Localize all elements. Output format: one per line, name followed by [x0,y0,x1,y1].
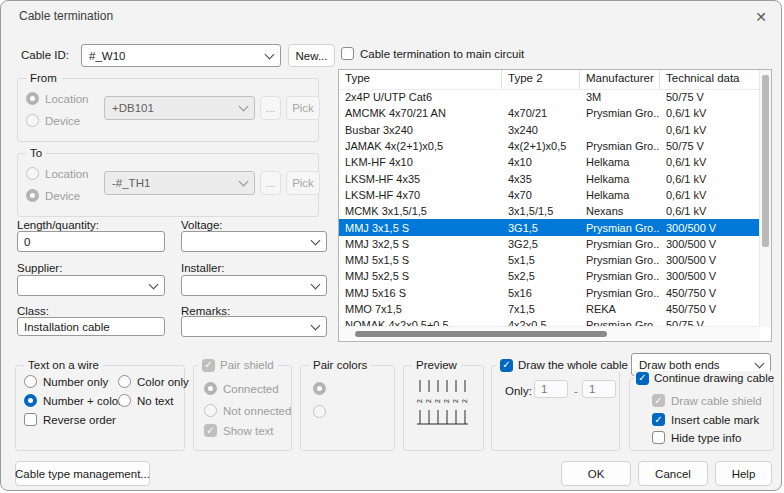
table-row[interactable]: MMJ 3x2,5 S3G2,5Prysmian Gro...300/500 V [339,236,760,252]
pair-shield-group: ✓ Pair shield Connected Not onnected ✓ S… [193,365,292,451]
table-cell: 3G2,5 [502,238,580,250]
radio-icon [118,394,131,407]
vertical-scrollbar[interactable] [759,70,771,327]
preview-title: Preview [412,358,461,372]
table-cell: 0,6/1 kV [660,156,760,168]
remarks-combobox[interactable] [181,316,327,337]
table-row[interactable]: LKSM-HF 4x704x70Helkama0,6/1 kV [339,187,760,203]
color-only-radio[interactable]: Color only [118,375,189,388]
main-circuit-label: Cable termination to main circuit [360,48,524,60]
cancel-button[interactable]: Cancel [638,461,708,486]
table-row[interactable]: LKM-HF 4x104x10Helkama0,6/1 kV [339,154,760,170]
cable-type-table: Type Type 2 Manufacturer Technical data … [338,69,772,342]
from-pick-button: Pick [286,96,320,120]
table-cell: Prysmian Gro... [580,107,660,119]
table-cell: 3x1,5/1,5 [502,205,580,217]
table-cell: Prysmian Gro... [580,238,660,250]
to-location-radio: Location [26,167,88,180]
checkbox-icon: ✓ [652,394,665,407]
length-input[interactable]: 0 [17,231,165,252]
table-cell: 50/75 V [660,91,760,103]
table-cell: AMCMK 4x70/21 AN [339,107,502,119]
connected-radio: Connected [204,382,279,395]
pair-shield-legend: ✓ Pair shield [198,358,278,372]
column-header-type2[interactable]: Type 2 [502,70,580,89]
from-device-label: Device [45,115,80,127]
table-cell: Prysmian Gro... [580,270,660,282]
connected-label: Connected [223,383,279,395]
cable-id-value: #_W10 [89,50,125,62]
help-button[interactable]: Help [715,461,772,486]
continue-drawing-group: ✓ Continue drawing cable ✓ Draw cable sh… [629,378,774,451]
chevron-down-icon [755,358,765,368]
class-input[interactable]: Installation cable [17,317,165,336]
table-cell: 300/500 V [660,222,760,234]
color-only-label: Color only [137,376,189,388]
table-cell: Helkama [580,173,660,185]
dialog-title: Cable termination [19,9,113,23]
number-color-radio[interactable]: Number + color [24,394,122,407]
checkbox-icon [341,47,354,60]
continue-drawing-legend: ✓ Continue drawing cable [634,371,776,385]
installer-combobox[interactable] [181,275,327,296]
draw-whole-cable-checkbox-icon[interactable]: ✓ [500,359,513,372]
draw-cable-shield-checkbox: ✓ Draw cable shield [652,394,762,407]
close-icon[interactable]: ✕ [745,4,777,30]
table-cell: 300/500 V [660,238,760,250]
continue-drawing-checkbox-icon[interactable]: ✓ [636,372,649,385]
table-cell: LKM-HF 4x10 [339,156,502,168]
radio-icon [26,92,39,105]
table-cell: 0,6/1 kV [660,205,760,217]
cable-id-combobox[interactable]: #_W10 [81,44,281,67]
table-row[interactable]: JAMAK 4x(2+1)x0,54x(2+1)x0,5Prysmian Gro… [339,138,760,154]
table-row[interactable]: 2x4P U/UTP Cat63M50/75 V [339,89,760,105]
column-header-manufacturer[interactable]: Manufacturer [580,70,660,89]
hide-type-info-checkbox[interactable]: Hide type info [652,431,741,444]
radio-icon [26,189,39,202]
number-color-label: Number + color [43,395,122,407]
reverse-order-checkbox[interactable]: Reverse order [24,413,116,426]
only-label: Only: [505,385,532,397]
table-row[interactable]: MMJ 5x16 S5x16Prysmian Gro...450/750 V [339,285,760,301]
table-row[interactable]: MMO 7x1,57x1,5REKA450/750 V [339,301,760,317]
to-device-radio: Device [26,189,80,202]
table-cell: 5x2,5 [502,270,580,282]
table-row[interactable]: LKSM-HF 4x354x35Helkama0,6/1 kV [339,170,760,186]
svg-text:2: 2 [425,399,432,403]
insert-cable-mark-checkbox[interactable]: ✓ Insert cable mark [652,413,759,426]
supplier-combobox[interactable] [17,275,165,296]
to-value: -#_TH1 [112,177,150,189]
table-row[interactable]: MMJ 5x1,5 S5x1,5Prysmian Gro...300/500 V [339,252,760,268]
svg-text:2: 2 [416,399,423,403]
horizontal-scrollbar[interactable] [339,326,760,341]
table-row[interactable]: Busbar 3x2403x2400,6/1 kV [339,122,760,138]
table-cell: MMJ 3x2,5 S [339,238,502,250]
column-header-type[interactable]: Type [339,70,502,89]
table-row[interactable]: MCMK 3x1,5/1,53x1,5/1,5Nexans0,6/1 kV [339,203,760,219]
voltage-combobox[interactable] [181,231,327,252]
table-cell: Helkama [580,189,660,201]
to-location-label: Location [45,168,88,180]
chevron-down-icon [239,177,249,187]
table-row[interactable]: MMJ 5x2,5 S5x2,5Prysmian Gro...300/500 V [339,268,760,284]
no-text-radio[interactable]: No text [118,394,173,407]
table-row[interactable]: AMCMK 4x70/21 AN4x70/21Prysmian Gro...0,… [339,105,760,121]
number-only-radio[interactable]: Number only [24,375,108,388]
cable-type-management-button[interactable]: Cable type management... [15,461,150,486]
new-button[interactable]: New... [288,44,335,67]
reverse-order-label: Reverse order [43,414,116,426]
horizontal-scrollbar-thumb[interactable] [355,331,607,337]
to-browse-button: ... [260,171,281,195]
main-circuit-checkbox[interactable]: Cable termination to main circuit [341,47,524,60]
text-on-wire-title: Text on a wire [24,358,103,372]
table-row[interactable]: MMJ 3x1,5 S3G1,5Prysmian Gro...300/500 V [339,219,760,235]
table-cell: MMJ 5x1,5 S [339,254,502,266]
only-to-input: 1 [582,380,616,398]
supplier-label: Supplier: [17,262,62,274]
only-separator: - [574,385,578,397]
ok-button[interactable]: OK [561,461,631,486]
column-header-technical-data[interactable]: Technical data [660,70,760,89]
to-pick-button: Pick [286,171,320,195]
vertical-scrollbar-thumb[interactable] [762,75,769,247]
only-from-input: 1 [534,380,568,398]
